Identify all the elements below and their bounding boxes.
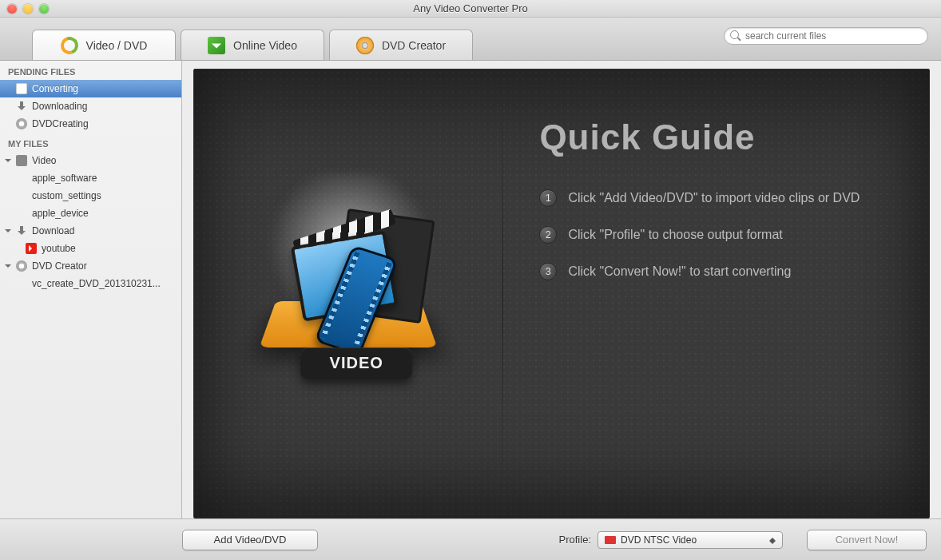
tab-label: DVD Creator [382, 39, 446, 52]
youtube-icon [26, 243, 37, 254]
guide-step-1: 1 Click "Add Video/DVD" to import video … [539, 189, 905, 207]
titlebar: Any Video Converter Pro [0, 0, 941, 18]
video-icon [16, 155, 27, 166]
quick-guide: Quick Guide 1 Click "Add Video/DVD" to i… [502, 70, 929, 518]
sidebar-group-download[interactable]: Download [0, 222, 181, 240]
step-number-icon: 2 [539, 226, 557, 244]
disclosure-icon [5, 159, 11, 165]
tab-video-dvd[interactable]: Video / DVD [32, 30, 176, 60]
profile-section: Profile: DVD NTSC Video [559, 531, 783, 549]
sidebar-item-label: DVDCreating [32, 118, 89, 129]
bottombar: Add Video/DVD Profile: DVD NTSC Video Co… [0, 518, 941, 560]
disc-icon [356, 37, 374, 54]
profile-label: Profile: [559, 534, 591, 546]
refresh-icon [61, 37, 78, 54]
sidebar-group-dvd-creator[interactable]: DVD Creator [0, 257, 181, 275]
sidebar-item-label: apple_device [32, 208, 89, 219]
download-icon [16, 225, 27, 236]
guide-step-2: 2 Click "Profile" to choose output forma… [539, 226, 905, 244]
pending-files-header: PENDING FILES [0, 61, 181, 80]
step-text: Click "Add Video/DVD" to import video cl… [568, 191, 860, 205]
updown-icon [769, 534, 777, 547]
dvd-icon [16, 260, 27, 272]
add-video-dvd-button[interactable]: Add Video/DVD [182, 530, 318, 550]
stage-artwork: VIDEO [194, 70, 502, 518]
sidebar-item-label: Video [32, 155, 56, 166]
profile-select[interactable]: DVD NTSC Video [598, 531, 783, 549]
sidebar-item-label: apple_software [32, 173, 97, 184]
search-icon [730, 30, 741, 42]
toolbar: Video / DVD Online Video DVD Creator [0, 18, 941, 61]
tab-label: Video / DVD [86, 39, 148, 52]
tab-label: Online Video [233, 39, 297, 52]
sidebar-item-label: Downloading [32, 101, 87, 112]
video-label: VIDEO [300, 348, 412, 379]
sidebar-item-label: Converting [32, 83, 78, 94]
quick-guide-title: Quick Guide [539, 117, 905, 157]
dvd-icon [16, 118, 27, 129]
sidebar-item-label: custom_settings [32, 190, 101, 201]
sidebar-item-downloading[interactable]: Downloading [0, 97, 181, 115]
sidebar-item-youtube[interactable]: youtube [0, 240, 181, 257]
main-tabs: Video / DVD Online Video DVD Creator [32, 30, 473, 60]
close-icon[interactable] [7, 4, 17, 14]
sidebar-group-video[interactable]: Video [0, 152, 181, 169]
convert-now-button[interactable]: Convert Now! [807, 530, 927, 550]
sidebar-item-converting[interactable]: Converting [0, 80, 181, 97]
tab-dvd-creator[interactable]: DVD Creator [329, 30, 473, 60]
sidebar-item-label: youtube [42, 243, 76, 254]
main-panel: VIDEO Quick Guide 1 Click "Add Video/DVD… [182, 61, 941, 518]
disclosure-icon [5, 229, 11, 236]
step-text: Click "Convert Now!" to start converting [568, 264, 791, 279]
sidebar-item[interactable]: vc_create_DVD_201310231... [0, 275, 181, 292]
sidebar-item-label: Download [32, 225, 74, 236]
traffic-lights [0, 4, 49, 14]
video-artwork: VIDEO [260, 210, 436, 378]
sidebar-item-dvdcreating[interactable]: DVDCreating [0, 115, 181, 133]
profile-value: DVD NTSC Video [621, 534, 697, 546]
disclosure-icon [5, 264, 11, 271]
sidebar-item[interactable]: apple_device [0, 205, 181, 222]
download-icon [208, 37, 225, 54]
sidebar: PENDING FILES Converting Downloading DVD… [0, 61, 182, 518]
search [724, 27, 928, 45]
download-icon [16, 101, 27, 112]
convert-icon [16, 83, 27, 94]
window-title: Any Video Converter Pro [0, 2, 941, 14]
minimize-icon[interactable] [23, 4, 33, 14]
sidebar-item[interactable]: custom_settings [0, 187, 181, 205]
format-icon [605, 536, 616, 544]
step-text: Click "Profile" to choose output format [568, 228, 782, 242]
my-files-header: MY FILES [0, 133, 181, 152]
guide-step-3: 3 Click "Convert Now!" to start converti… [539, 263, 905, 280]
search-input[interactable] [724, 27, 928, 45]
stage-divider [502, 85, 503, 502]
sidebar-item-label: vc_create_DVD_201310231... [32, 278, 161, 289]
sidebar-item-label: DVD Creator [32, 260, 87, 272]
sidebar-item[interactable]: apple_software [0, 169, 181, 187]
tab-online-video[interactable]: Online Video [181, 30, 324, 60]
quick-guide-stage: VIDEO Quick Guide 1 Click "Add Video/DVD… [193, 69, 930, 518]
step-number-icon: 3 [539, 263, 557, 280]
zoom-icon[interactable] [39, 4, 49, 14]
step-number-icon: 1 [539, 189, 557, 207]
